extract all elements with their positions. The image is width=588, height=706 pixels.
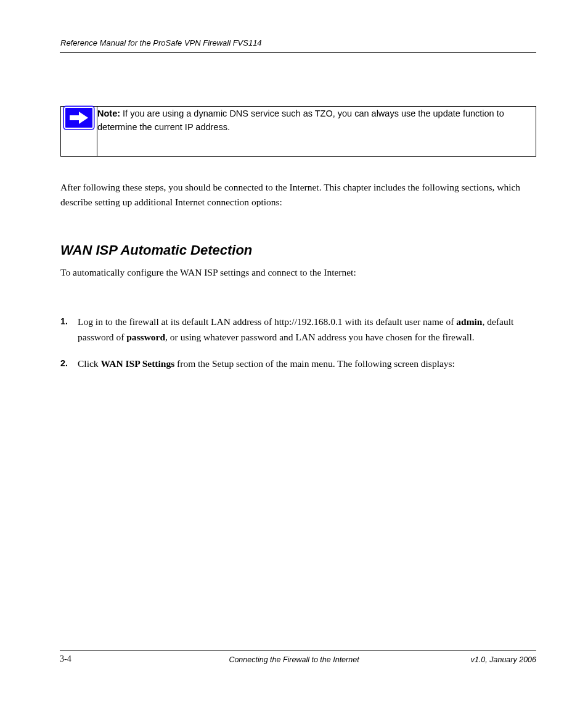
step-2: 2. Click WAN ISP Settings from the Setup… [60, 356, 536, 372]
step-1: 1. Log in to the firewall at its default… [60, 314, 536, 345]
heading-intro: To automatically configure the WAN ISP s… [60, 265, 536, 280]
page: Reference Manual for the ProSafe VPN Fir… [0, 0, 588, 706]
note-icon-cell [61, 107, 97, 157]
steps-list: 1. Log in to the firewall at its default… [60, 314, 536, 382]
footer-version: v1.0, January 2006 [471, 655, 536, 664]
bold-admin: admin [456, 316, 482, 327]
footer-rule [60, 650, 536, 651]
section-heading: WAN ISP Automatic Detection [60, 242, 536, 258]
note-body: If you are using a dynamic DNS service s… [97, 109, 504, 132]
intro-paragraph: After following these steps, you should … [60, 180, 536, 210]
step-text: Log in to the firewall at its default LA… [78, 316, 513, 342]
svg-marker-0 [70, 112, 88, 124]
bold-menu-item: WAN ISP Settings [100, 358, 174, 369]
arrow-right-icon [64, 107, 94, 129]
note-text: Note: If you are using a dynamic DNS ser… [97, 107, 536, 157]
header-rule [60, 52, 536, 53]
running-header: Reference Manual for the ProSafe VPN Fir… [60, 38, 262, 47]
note-label: Note: [97, 109, 120, 118]
note-callout: Note: If you are using a dynamic DNS ser… [60, 106, 536, 157]
step-text: Click WAN ISP Settings from the Setup se… [78, 358, 455, 369]
step-number: 2. [60, 356, 68, 371]
bold-password: password [126, 332, 165, 342]
step-number: 1. [60, 314, 68, 329]
